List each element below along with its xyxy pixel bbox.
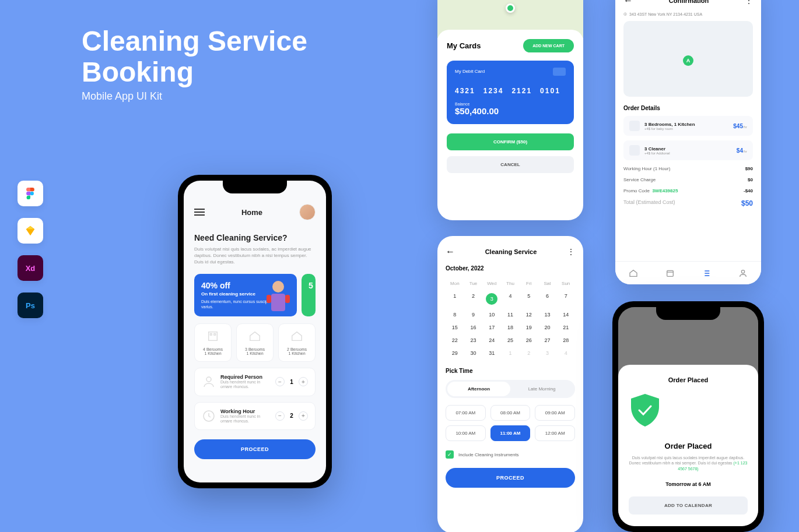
calendar-day[interactable]: 12	[520, 308, 538, 321]
proceed-button[interactable]: PROCEED	[446, 468, 575, 488]
avatar[interactable]	[299, 204, 316, 220]
modal-title: Order Placed	[629, 442, 748, 450]
schedule-time: Tomorrow at 6 AM	[629, 481, 748, 487]
calendar-day[interactable]: 4	[556, 347, 575, 360]
back-icon[interactable]: ←	[446, 246, 455, 257]
more-icon[interactable]: ⋮	[745, 0, 753, 5]
house-icon	[290, 330, 303, 343]
cancel-button[interactable]: CANCEL	[447, 156, 574, 173]
nav-home-icon[interactable]	[629, 269, 638, 278]
time-slot[interactable]: 10:00 AM	[446, 425, 486, 441]
promo-card-1[interactable]: 40% off On first cleaning service Duis e…	[194, 274, 297, 316]
room-card-2bed[interactable]: 2 Berooms1 Kitchen	[278, 323, 316, 362]
minus-button[interactable]: −	[275, 377, 285, 386]
room-card-3bed[interactable]: 3 Berooms1 Kitchen	[236, 323, 274, 362]
calendar-day[interactable]: 23	[464, 334, 483, 347]
calendar-day[interactable]: 3	[538, 347, 557, 360]
hero-title: Cleaning ServiceBooking	[82, 26, 307, 88]
add-card-button[interactable]: ADD NEW CART	[523, 39, 574, 52]
calendar-day[interactable]: 26	[520, 334, 538, 347]
room-card-4bed[interactable]: 4 Berooms1 Kitchen	[194, 323, 232, 362]
time-segment: Afternoon Late Morning	[446, 380, 575, 398]
calendar-day[interactable]: 16	[464, 321, 483, 334]
map-pin-icon	[506, 3, 515, 13]
back-icon[interactable]: ←	[623, 0, 633, 6]
calendar-day[interactable]: 3	[482, 290, 501, 308]
calendar-day[interactable]: 27	[538, 334, 557, 347]
location-icon: ◎	[623, 12, 627, 16]
item-icon	[629, 145, 640, 156]
calendar-day[interactable]: 29	[446, 347, 464, 360]
promo-code: 3WE439825	[652, 188, 678, 193]
calendar-day[interactable]: 30	[464, 347, 483, 360]
calendar-day[interactable]: 8	[446, 308, 464, 321]
minus-button[interactable]: −	[275, 411, 285, 421]
calendar-day[interactable]: 14	[556, 308, 575, 321]
calendar-day[interactable]: 13	[538, 308, 557, 321]
time-slot[interactable]: 07:00 AM	[446, 405, 486, 421]
segment-late-morning[interactable]: Late Morning	[510, 382, 573, 396]
time-slot[interactable]: 08:00 AM	[490, 405, 531, 421]
promo-card-2[interactable]: 5	[302, 274, 316, 316]
calendar-day[interactable]: 5	[520, 290, 538, 308]
map[interactable]: A	[623, 21, 753, 97]
nav-calendar-icon[interactable]	[665, 269, 675, 278]
calendar-day[interactable]: 6	[538, 290, 557, 308]
calendar-day[interactable]: 17	[482, 321, 501, 334]
segment-afternoon[interactable]: Afternoon	[447, 382, 510, 396]
page-title: Confirmation	[669, 0, 709, 4]
include-instruments-row[interactable]: ✓Include Cleaning Instruments	[446, 450, 575, 459]
total-row: Total (Estimated Cost)$50	[623, 199, 753, 207]
calendar-day[interactable]: 24	[482, 334, 501, 347]
calendar-day[interactable]: 28	[556, 334, 575, 347]
calendar-day[interactable]: 18	[501, 321, 520, 334]
nav-profile-icon[interactable]	[738, 269, 748, 278]
calendar-day[interactable]: 7	[556, 290, 575, 308]
plus-button[interactable]: +	[299, 377, 308, 386]
svg-rect-4	[285, 295, 290, 303]
order-details-heading: Order Details	[623, 105, 753, 111]
calendar-day[interactable]: 25	[501, 334, 520, 347]
time-slot[interactable]: 09:00 AM	[535, 405, 575, 421]
calendar-day[interactable]: 11	[501, 308, 520, 321]
calendar-day[interactable]: 15	[446, 321, 464, 334]
plus-button[interactable]: +	[299, 411, 308, 421]
calendar-dayname: Sun	[556, 277, 575, 290]
sketch-icon	[17, 218, 43, 244]
hour-stepper: −2+	[275, 411, 308, 421]
calendar-day[interactable]: 2	[464, 290, 483, 308]
calendar-day[interactable]: 2	[520, 347, 538, 360]
calendar-day[interactable]: 9	[464, 308, 483, 321]
calendar-day[interactable]: 19	[520, 321, 538, 334]
phone-confirmation: ←Confirmation⋮ ◎343 43ST New York NY 213…	[615, 0, 761, 284]
checkbox-icon: ✓	[446, 450, 454, 459]
figma-icon	[17, 181, 43, 206]
calendar-month: October, 2022	[446, 265, 575, 272]
calendar-day[interactable]: 1	[501, 347, 520, 360]
calendar-day[interactable]: 4	[501, 290, 520, 308]
building-icon	[206, 330, 219, 343]
summary-line: Service Charge$0	[623, 177, 753, 182]
more-icon[interactable]: ⋮	[567, 247, 575, 256]
time-slot[interactable]: 11:00 AM	[490, 425, 531, 441]
menu-icon[interactable]	[194, 207, 205, 217]
page-title: Home	[241, 208, 262, 217]
debit-card[interactable]: My Debit Card 4321123421210101 Balance $…	[447, 61, 574, 124]
nav-list-icon[interactable]	[702, 269, 711, 278]
calendar-day[interactable]: 22	[446, 334, 464, 347]
phone-home: Home Need Cleaning Service? Duis volutpa…	[178, 175, 332, 488]
confirm-button[interactable]: CONFIRM ($50)	[447, 133, 574, 150]
add-to-calendar-button[interactable]: ADD TO CALENDAR	[629, 496, 748, 515]
calendar-day[interactable]: 20	[538, 321, 557, 334]
home-desc: Duis volutpat nisi quis lacus sodales, a…	[194, 246, 316, 266]
time-slot[interactable]: 12:00 AM	[535, 425, 575, 441]
svg-point-1	[272, 281, 284, 293]
calendar-day[interactable]: 1	[446, 290, 464, 308]
modal-header: Order Placed	[629, 376, 748, 383]
calendar-day[interactable]: 31	[482, 347, 501, 360]
proceed-button[interactable]: PROCEED	[194, 439, 316, 459]
calendar-day[interactable]: 21	[556, 321, 575, 334]
calendar-dayname: Wed	[482, 277, 501, 290]
calendar-day[interactable]: 10	[482, 308, 501, 321]
svg-point-8	[206, 377, 211, 382]
